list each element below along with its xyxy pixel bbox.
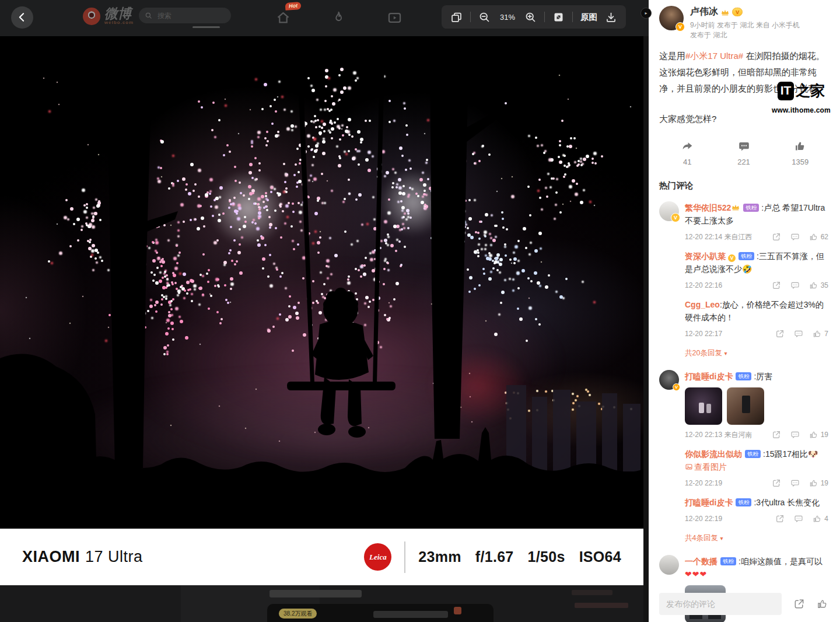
- like-post-icon[interactable]: [817, 598, 828, 610]
- commenter-name[interactable]: 资深小趴菜: [685, 251, 726, 261]
- comment-time: 12-20 22:19: [685, 512, 766, 525]
- like-comment-icon[interactable]: [809, 281, 818, 290]
- back-arrow-icon: [16, 12, 28, 23]
- share-comment-icon[interactable]: [772, 478, 781, 488]
- post-sidebar: V 卢伟冰 V 9小时前 发布于 湖北 来自 小米手机 发布于 湖北 这是用#小…: [649, 0, 840, 622]
- swing-rope-right: [373, 36, 385, 383]
- watermark-divider: [404, 541, 405, 573]
- hashtag-link[interactable]: #小米17 Ultra#: [685, 51, 743, 61]
- toolbar-divider: [544, 12, 545, 22]
- reply-comment-icon[interactable]: [790, 232, 800, 242]
- comment-item: V 打瞌睡di皮卡铁粉:厉害 12-20 22:13 来自河南 19: [659, 370, 828, 545]
- original-image-button[interactable]: 原图: [580, 12, 597, 23]
- view-image-link[interactable]: 查看图片: [685, 462, 727, 471]
- comment-input[interactable]: [659, 593, 782, 615]
- zoom-out-icon[interactable]: [478, 11, 491, 23]
- share-comment-icon[interactable]: [775, 514, 785, 523]
- like-count: 1359: [772, 158, 828, 166]
- commenter-name[interactable]: Cgg_Leo: [685, 300, 720, 309]
- reply-comment-icon[interactable]: [790, 281, 800, 290]
- reply-comment-icon[interactable]: [794, 514, 803, 523]
- post-stats: 41 221 1359: [659, 140, 828, 166]
- swing-rope-left: [296, 36, 314, 383]
- author-name[interactable]: 卢伟冰: [690, 6, 718, 18]
- home-nav-icon[interactable]: [275, 10, 291, 26]
- weibo-logo[interactable]: 微博weibo.com: [83, 7, 134, 25]
- share-comment-icon[interactable]: [772, 430, 781, 439]
- zoom-in-icon[interactable]: [524, 11, 537, 23]
- post-source-meta: 发布于 湖北: [690, 30, 800, 40]
- share-comment-icon[interactable]: [775, 329, 785, 338]
- copy-image-icon[interactable]: [450, 11, 463, 23]
- like-comment-icon[interactable]: [813, 329, 822, 338]
- video-nav-icon[interactable]: [387, 10, 402, 26]
- fan-badge: 铁粉: [720, 557, 736, 565]
- share-comment-icon[interactable]: [772, 281, 781, 290]
- commenter-name[interactable]: 你似影流出似劫: [685, 449, 742, 459]
- search-box[interactable]: [139, 8, 231, 23]
- share-comment-icon[interactable]: [772, 232, 781, 242]
- tree-trunk-left: [107, 36, 153, 468]
- weibo-logo-text: 微博: [104, 6, 131, 21]
- image-icon: [685, 463, 693, 471]
- like-comment-icon[interactable]: [813, 514, 822, 523]
- like-comment-icon[interactable]: [809, 478, 818, 488]
- views-badge: 38.2万观看: [279, 609, 317, 618]
- commenter-avatar[interactable]: V: [659, 201, 679, 221]
- city-skyline: [506, 385, 640, 473]
- exif-aperture: f/1.67: [475, 548, 514, 565]
- back-button[interactable]: [11, 6, 33, 29]
- comment-image-thumbnail[interactable]: [685, 387, 722, 425]
- like-comment-icon[interactable]: [809, 232, 818, 242]
- search-icon: [145, 12, 153, 20]
- reply-comment-icon[interactable]: [790, 430, 800, 439]
- hot-badge: Hot: [285, 2, 302, 11]
- reply-item: 你似影流出似劫铁粉:15跟17相比🐶 查看图片 12-20 22:19 19: [685, 448, 828, 490]
- sidebar-collapse-handle[interactable]: ▸: [640, 8, 652, 19]
- like-comment-icon[interactable]: [809, 430, 818, 439]
- comment-input-bar: [659, 593, 828, 615]
- commenter-avatar[interactable]: V: [659, 370, 679, 390]
- comment-image-thumbnail[interactable]: [727, 387, 764, 425]
- comment-time: 12-20 22:17: [685, 327, 766, 340]
- commenter-name[interactable]: 打瞌睡di皮卡: [685, 372, 733, 381]
- commenter-name[interactable]: 打瞌睡di皮卡: [685, 498, 733, 507]
- photo-canvas[interactable]: XIAOMI17 Ultra Leica 23mm f/1.67 1/50s I…: [0, 36, 643, 585]
- ithome-watermark: IT之家 www.ithome.com: [772, 82, 831, 118]
- heart-emojis: ❤❤❤: [685, 569, 707, 579]
- comment-button[interactable]: 221: [716, 140, 772, 166]
- trending-flame-icon[interactable]: [331, 10, 346, 26]
- like-button[interactable]: 1359: [772, 140, 828, 166]
- reply-item: 资深小趴菜V铁粉:三五百不算涨，但是卢总说涨不少🤣 12-20 22:16 35: [685, 250, 828, 292]
- repost-count: 41: [659, 158, 716, 166]
- fan-badge: 铁粉: [738, 252, 754, 260]
- vip-badge: V: [732, 8, 743, 16]
- comment-line: 繁华依旧522铁粉:卢总 希望17Ultra不要上涨太多: [685, 201, 828, 227]
- dimmed-text: [270, 590, 362, 597]
- reply-comment-icon[interactable]: [790, 478, 800, 488]
- weibo-eye-icon: [83, 8, 100, 25]
- child-on-swing: [287, 288, 396, 438]
- fit-screen-icon[interactable]: [552, 11, 565, 23]
- exif-iso: ISO64: [579, 548, 621, 565]
- more-replies-link[interactable]: 共4条回复 ▾: [685, 532, 828, 545]
- comment-icon: [738, 140, 750, 152]
- search-input[interactable]: [156, 11, 225, 20]
- reply-comment-icon[interactable]: [794, 329, 803, 338]
- commenter-name[interactable]: 一个数播: [685, 557, 718, 566]
- reply-item: Cgg_Leo:放心，价格绝不会超过3%的硬件成本的！ 12-20 22:17 …: [685, 298, 828, 340]
- download-icon[interactable]: [605, 11, 617, 23]
- repost-button[interactable]: 41: [659, 140, 716, 166]
- author-avatar[interactable]: V: [659, 6, 684, 30]
- crown-icon: [720, 9, 730, 16]
- toolbar-divider: [470, 12, 471, 22]
- fan-badge: 铁粉: [745, 450, 761, 458]
- share-post-icon[interactable]: [793, 598, 805, 610]
- commenter-avatar[interactable]: [659, 555, 679, 575]
- commenter-name[interactable]: 繁华依旧522: [685, 203, 731, 212]
- toolbar-divider: [572, 12, 573, 22]
- more-replies-link[interactable]: 共20条回复 ▾: [685, 347, 828, 360]
- silhouette-layer: [0, 36, 643, 529]
- comment-time: 12-20 22:19: [685, 477, 762, 490]
- comment-time: 12-20 22:14 来自江西: [685, 230, 762, 243]
